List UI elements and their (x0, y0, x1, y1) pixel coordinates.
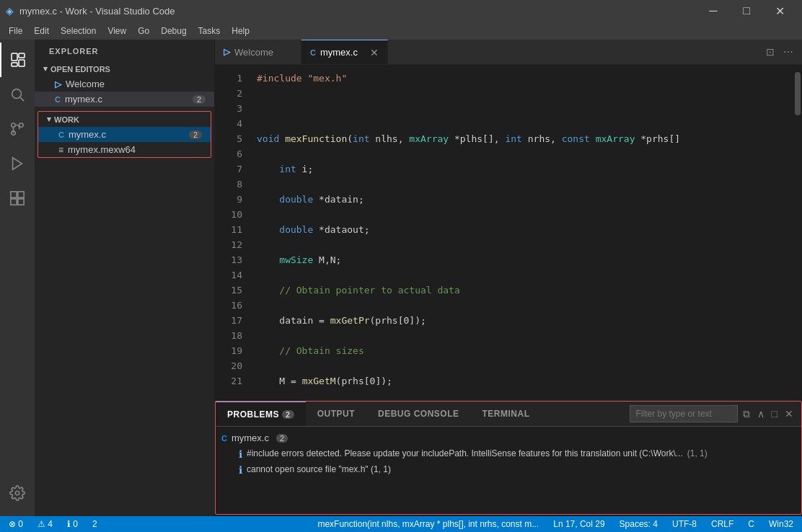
code-content[interactable]: #include "mex.h" void mexFunction(int nl… (251, 65, 721, 401)
status-bar: ⊗ 0 ⚠ 4 ℹ 0 2 mexFunction(int nlhs, mxAr… (0, 516, 802, 532)
tab-close-button[interactable]: ✕ (370, 47, 379, 58)
group-badge: 2 (276, 434, 288, 443)
welcome-label: Welcome (66, 79, 105, 89)
open-editors-header[interactable]: ▾ OPEN EDITORS (35, 61, 214, 76)
svg-rect-13 (11, 199, 17, 205)
sidebar-item-mymex-c[interactable]: C mymex.c 2 (38, 127, 211, 142)
svg-rect-3 (12, 63, 17, 66)
sidebar-item-mymex-open[interactable]: C mymex.c 2 (35, 92, 214, 107)
svg-marker-9 (13, 158, 22, 170)
terminal-label: TERMINAL (482, 409, 530, 419)
work-label: WORK (54, 115, 79, 124)
editor-area: ▷ Welcome C mymex.c ✕ ⊡ ⋯ 12345 678910 1… (215, 40, 802, 516)
panel-tab-problems[interactable]: PROBLEMS 2 (216, 402, 306, 426)
mymex-open-label: mymex.c (65, 94, 102, 105)
panel-tab-output[interactable]: OUTPUT (306, 402, 366, 426)
open-editors-section: ▾ OPEN EDITORS ▷ Welcome C mymex.c 2 (35, 58, 214, 110)
menu-help[interactable]: Help (226, 25, 255, 37)
group-filename: mymex.c (232, 433, 269, 443)
status-function[interactable]: mexFunction(int nlhs, mxArray * plhs[], … (314, 519, 542, 529)
copy-panel-button[interactable]: ⧉ (741, 406, 752, 422)
status-warnings[interactable]: ⚠ 4 (35, 519, 56, 529)
open-editors-chevron: ▾ (43, 64, 48, 74)
status-right: mexFunction(int nlhs, mxArray * plhs[], … (314, 519, 796, 529)
tab-welcome[interactable]: ▷ Welcome (215, 40, 301, 64)
status-platform[interactable]: Win32 (766, 519, 796, 529)
window-controls: ─ □ ✕ (697, 0, 796, 22)
work-chevron: ▾ (47, 115, 51, 124)
tab-welcome-label: Welcome (234, 47, 273, 58)
menu-file[interactable]: File (3, 25, 28, 37)
tabs-right-actions: ⊡ ⋯ (763, 40, 802, 64)
menu-go[interactable]: Go (132, 25, 155, 37)
activity-extensions[interactable] (0, 181, 35, 216)
tab-mymex[interactable]: C mymex.c ✕ (301, 40, 388, 64)
mymex-mex-label: mymex.mexw64 (68, 144, 136, 155)
tab-welcome-icon: ▷ (224, 47, 230, 57)
status-position[interactable]: Ln 17, Col 29 (550, 519, 607, 529)
activity-debug[interactable] (0, 146, 35, 181)
menu-debug[interactable]: Debug (155, 25, 192, 37)
problem-item-2[interactable]: ℹ cannot open source file "mex.h" (1, 1) (216, 462, 801, 478)
status-line-ending[interactable]: CRLF (708, 519, 736, 529)
svg-point-4 (12, 89, 22, 99)
activity-explorer[interactable] (0, 43, 35, 77)
maximize-panel-button[interactable]: □ (770, 406, 780, 422)
svg-point-7 (19, 123, 24, 128)
problems-badge: 2 (282, 410, 294, 419)
panel-tab-debug-console[interactable]: DEBUG CONSOLE (366, 402, 471, 426)
info-icon-1: ℹ (239, 448, 242, 460)
status-info[interactable]: ℹ 0 (64, 519, 81, 529)
split-editor-button[interactable]: ⊡ (763, 43, 777, 61)
maximize-button[interactable]: □ (730, 0, 763, 22)
mymex-open-badge: 2 (193, 95, 206, 104)
sidebar-item-welcome[interactable]: ▷ Welcome (35, 76, 214, 92)
status-language[interactable]: C (745, 519, 757, 529)
c-file-icon: C (58, 130, 64, 139)
close-button[interactable]: ✕ (763, 0, 796, 22)
mymex-c-label: mymex.c (69, 129, 106, 140)
status-encoding[interactable]: UTF-8 (669, 519, 700, 529)
menu-selection[interactable]: Selection (55, 25, 102, 37)
sidebar-item-mymex-mex[interactable]: ≡ mymex.mexw64 (38, 142, 211, 157)
collapse-panel-button[interactable]: ∧ (755, 406, 767, 422)
svg-rect-0 (12, 53, 17, 61)
tab-mymex-label: mymex.c (320, 47, 358, 58)
close-panel-button[interactable]: ✕ (783, 406, 796, 422)
problem-text-2: cannot open source file "mex.h" (1, 1) (247, 464, 391, 474)
problem-item-1[interactable]: ℹ #include errors detected. Please updat… (216, 446, 801, 462)
svg-line-5 (20, 97, 24, 101)
activity-search[interactable] (0, 77, 35, 112)
svg-rect-2 (19, 60, 25, 66)
tabs-bar: ▷ Welcome C mymex.c ✕ ⊡ ⋯ (215, 40, 802, 65)
work-header[interactable]: ▾ WORK (38, 112, 211, 127)
menu-edit[interactable]: Edit (28, 25, 55, 37)
minimize-button[interactable]: ─ (697, 0, 730, 22)
activity-source-control[interactable] (0, 112, 35, 146)
problem-group-header[interactable]: C mymex.c 2 (216, 430, 801, 446)
status-count[interactable]: 2 (89, 519, 100, 529)
panel-content: C mymex.c 2 ℹ #include errors detected. … (216, 427, 801, 514)
c-file-icon-open: C (55, 95, 61, 104)
code-editor[interactable]: 12345 678910 1112131415 1617181920 21 #i… (215, 65, 802, 401)
status-left: ⊗ 0 ⚠ 4 ℹ 0 2 (6, 519, 100, 529)
title-bar-left: ◈ mymex.c - Work - Visual Studio Code (6, 5, 175, 17)
svg-rect-12 (18, 199, 24, 205)
sidebar-title: Explorer (35, 40, 214, 58)
more-actions-button[interactable]: ⋯ (780, 43, 796, 61)
menu-view[interactable]: View (102, 25, 132, 37)
panel-filter-input[interactable] (630, 405, 738, 422)
panel-tab-terminal[interactable]: TERMINAL (471, 402, 542, 426)
main-layout: Explorer ▾ OPEN EDITORS ▷ Welcome C myme… (0, 40, 802, 516)
mymex-c-badge: 2 (189, 130, 202, 139)
svg-point-14 (15, 491, 19, 495)
scrollbar[interactable] (793, 65, 802, 401)
mex-file-icon: ≡ (58, 145, 63, 155)
svg-rect-1 (19, 53, 25, 58)
menu-tasks[interactable]: Tasks (193, 25, 226, 37)
status-spaces[interactable]: Spaces: 4 (617, 519, 661, 529)
status-errors[interactable]: ⊗ 0 (6, 519, 26, 529)
app-icon: ◈ (6, 5, 14, 17)
problem-loc-1: (1, 1) (687, 448, 708, 458)
activity-settings[interactable] (0, 476, 35, 510)
